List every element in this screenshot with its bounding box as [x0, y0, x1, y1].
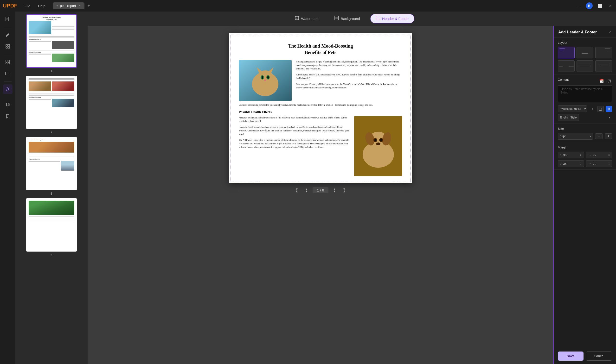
layout-option-3[interactable] [595, 47, 612, 58]
pdf-viewer[interactable]: The Health and Mood-Boosting Benefits of… [88, 26, 553, 364]
save-button[interactable]: Save [558, 351, 584, 361]
dog-image [354, 116, 402, 176]
menu-bar: File Help [21, 3, 49, 9]
margin-left-down[interactable]: ▼ [608, 164, 610, 166]
sidebar-divider-1 [4, 27, 12, 27]
pdf-page-title: The Health and Mood-Boosting Benefits of… [239, 43, 402, 56]
menu-help[interactable]: Help [35, 3, 49, 9]
panel-footer: Save Cancel [554, 348, 616, 364]
header-footer-icon [376, 16, 380, 21]
current-page: 1 [317, 188, 319, 192]
style-select[interactable]: English Style [558, 114, 579, 121]
menu-file[interactable]: File [21, 3, 34, 9]
thumbnail-page-3[interactable]: A Key Phase in the History of Tourism Wh… [17, 137, 86, 195]
layers-icon-btn[interactable] [3, 100, 13, 110]
margin-top-icon: ↕ [560, 153, 562, 157]
svg-point-30 [262, 76, 263, 79]
background-btn[interactable]: Background [329, 14, 365, 23]
layout-option-1[interactable] [558, 47, 574, 58]
user-avatar[interactable]: B [586, 2, 593, 9]
title-bar: UPDF File Help ▾ pets report × + — B ⬜ × [0, 0, 616, 12]
underline-btn[interactable]: U [597, 106, 604, 112]
pdf-para-2: An estimated 68% of U.S. households own … [296, 73, 402, 80]
svg-text:W: W [296, 17, 298, 19]
annotate-icon-btn[interactable] [3, 30, 13, 40]
thumb-box-2[interactable]: Animals Helping People [26, 76, 77, 129]
first-page-btn[interactable]: ⟪ [293, 187, 300, 194]
header-footer-btn[interactable]: Header & Footer [370, 14, 414, 23]
toolbar: W Watermark Background Header & Footer [88, 12, 616, 26]
window-controls: — B ⬜ × [575, 2, 613, 9]
pdf-page-left [239, 60, 292, 101]
layout-option-6[interactable] [595, 60, 612, 72]
thumbnail-page-2[interactable]: Animals Helping People 2 [17, 76, 86, 134]
font-row: Microsoft YaHei U B [558, 105, 612, 112]
size-decrease-btn[interactable]: − [595, 133, 602, 139]
margin-bottom-down[interactable]: ▼ [580, 164, 582, 166]
calendar-icon-btn[interactable]: 📅 [598, 78, 605, 84]
content-input[interactable] [558, 85, 612, 102]
margin-grid: ↕ 36 ▲ ▼ ↔ 72 ▲ [558, 152, 612, 167]
edit-icon-btn[interactable] [3, 41, 13, 51]
svg-point-15 [7, 88, 9, 90]
thumb-box-1[interactable]: The Health and Mood-BoostingBenefits of … [26, 14, 77, 68]
tab-label: pets report [60, 4, 76, 8]
cancel-button[interactable]: Cancel [586, 351, 612, 361]
tools-icon-btn[interactable] [3, 84, 13, 94]
thumbnail-page-1[interactable]: The Health and Mood-BoostingBenefits of … [17, 14, 86, 73]
header-footer-label: Header & Footer [382, 17, 409, 21]
margin-bottom-spinner: ▲ ▼ [580, 162, 582, 166]
margin-right-spinner: ▲ ▼ [608, 153, 610, 157]
window-restore-btn[interactable]: ⬜ [596, 3, 604, 9]
thumb-box-3[interactable]: A Key Phase in the History of Tourism Wh… [26, 137, 77, 190]
layout-option-2[interactable] [576, 47, 593, 58]
svg-rect-10 [6, 63, 7, 64]
thumb3-title: A Key Phase in the History of Tourism [29, 139, 74, 141]
layout-option-5[interactable] [576, 60, 593, 72]
watermark-btn[interactable]: W Watermark [289, 14, 324, 23]
document-icon-btn[interactable] [3, 14, 13, 24]
size-select-wrapper: 12pt [558, 133, 593, 140]
font-select[interactable]: Microsoft YaHei [558, 105, 587, 112]
window-close-btn[interactable]: × [607, 3, 613, 8]
thumbnails-panel: ‹ The Health and Mood-BoostingBenefits o… [15, 12, 88, 364]
new-tab-btn[interactable]: + [85, 3, 92, 9]
size-label: Size [558, 127, 612, 130]
margin-top-down[interactable]: ▼ [580, 155, 582, 157]
margin-right-down[interactable]: ▼ [608, 155, 610, 157]
margin-left-item: ↔ 72 ▲ ▼ [586, 160, 612, 167]
right-panel: Add Header & Footer ⤢ Layout [553, 26, 616, 364]
last-page-btn[interactable]: ⟫ [341, 187, 348, 194]
margin-left-icon: ↔ [588, 162, 591, 166]
app-logo: UPDF [3, 3, 17, 9]
pdf-page-1: The Health and Mood-Boosting Benefits of… [229, 33, 412, 183]
thumbnail-page-4[interactable]: 4 [17, 198, 86, 257]
svg-rect-5 [8, 44, 10, 46]
svg-rect-7 [8, 47, 10, 48]
tab-close-btn[interactable]: × [79, 4, 81, 7]
svg-point-41 [380, 139, 382, 141]
window-minimize-btn[interactable]: — [575, 3, 583, 8]
doc-area: The Health and Mood-Boosting Benefits of… [88, 26, 616, 364]
next-page-btn[interactable]: ⟩ [331, 187, 338, 194]
tab-pets-report[interactable]: ▾ pets report × [53, 2, 84, 9]
svg-rect-8 [6, 60, 7, 62]
pdf-bottom-row: Research on human-animal interactions is… [239, 116, 402, 176]
prev-page-btn[interactable]: ⟨ [303, 187, 310, 194]
style-select-wrapper: English Style [558, 114, 612, 121]
bold-btn[interactable]: B [606, 106, 612, 112]
forms-icon-btn[interactable] [3, 69, 13, 78]
margin-left-value: 72 [593, 162, 607, 166]
panel-expand-icon[interactable]: ⤢ [609, 30, 612, 34]
bookmark-icon-btn[interactable] [3, 112, 13, 121]
margin-bottom-item: ↕ 36 ▲ ▼ [558, 160, 584, 167]
layout-option-4[interactable] [558, 60, 574, 72]
code-icon-btn[interactable]: ⟨/⟩ [606, 78, 612, 84]
thumb-box-4[interactable] [26, 198, 77, 252]
organize-icon-btn[interactable] [3, 57, 13, 67]
size-increase-btn[interactable]: + [605, 133, 612, 139]
size-select[interactable]: 12pt [558, 133, 593, 140]
margin-right-item: ↔ 72 ▲ ▼ [586, 152, 612, 158]
watermark-icon: W [295, 16, 299, 21]
pdf-section-title: Possible Health Effects [239, 110, 402, 114]
